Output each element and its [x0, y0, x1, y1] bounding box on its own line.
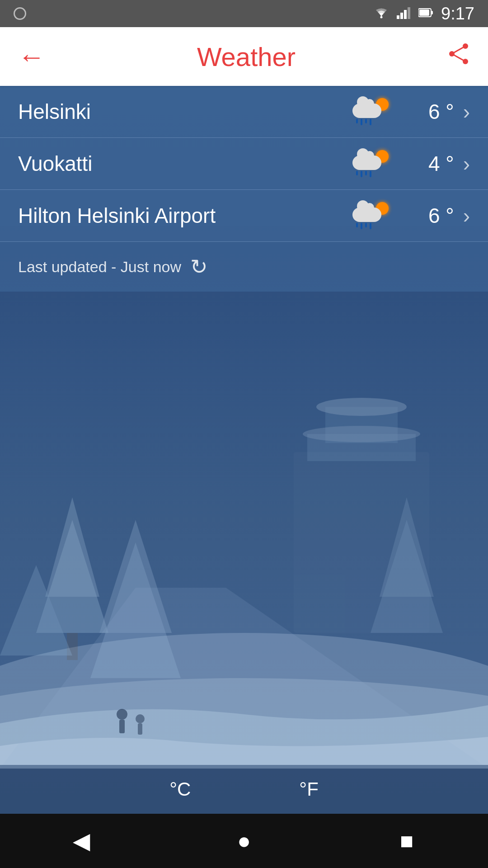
svg-point-26 [303, 426, 420, 442]
status-time: 9:17 [441, 4, 474, 24]
fahrenheit-button[interactable]: °F [290, 774, 327, 805]
snow-svg [0, 226, 488, 769]
status-bar: 9:17 [0, 0, 488, 27]
share-button[interactable] [447, 42, 470, 71]
svg-rect-2 [400, 13, 403, 19]
svg-rect-1 [397, 15, 399, 19]
signal-icon [397, 6, 411, 21]
chevron-icon-vuokatti: › [463, 151, 470, 176]
background-scene [0, 226, 488, 814]
weather-item-vuokatti[interactable]: Vuokatti 4 ° › [0, 138, 488, 190]
svg-rect-3 [404, 10, 407, 19]
battery-icon [418, 8, 434, 19]
status-bar-left [14, 7, 26, 20]
city-name-hilton: Hilton Helsinki Airport [18, 203, 350, 228]
svg-point-25 [316, 398, 407, 416]
city-name-vuokatti: Vuokatti [18, 151, 350, 176]
weather-icon-vuokatti [350, 150, 391, 177]
signal-circle-icon [14, 7, 26, 20]
nav-bar: ◀ ● ■ [0, 814, 488, 868]
chevron-icon-helsinki: › [463, 99, 470, 124]
city-name-helsinki: Helsinki [18, 99, 350, 124]
nav-back-button[interactable]: ◀ [63, 823, 99, 859]
nav-recent-button[interactable]: ■ [389, 823, 425, 859]
svg-point-29 [117, 709, 127, 720]
weather-item-hilton[interactable]: Hilton Helsinki Airport 6 ° › [0, 190, 488, 242]
celsius-button[interactable]: °C [160, 774, 200, 805]
last-updated-bar: Last updated - Just now ↻ [0, 242, 488, 292]
weather-icon-helsinki [350, 98, 391, 125]
status-bar-right: 9:17 [373, 4, 474, 24]
svg-rect-32 [138, 723, 142, 735]
svg-rect-4 [408, 7, 410, 19]
chevron-icon-hilton: › [463, 203, 470, 228]
svg-point-0 [380, 16, 383, 19]
weather-icon-hilton [350, 202, 391, 229]
svg-line-11 [452, 46, 465, 54]
app-bar: ← Weather [0, 27, 488, 86]
back-button[interactable]: ← [18, 41, 45, 72]
last-updated-text: Last updated - Just now [18, 258, 181, 276]
svg-rect-30 [119, 720, 125, 733]
refresh-button[interactable]: ↻ [190, 255, 208, 279]
temp-helsinki: 6 ° [404, 99, 454, 124]
temp-vuokatti: 4 ° [404, 151, 454, 176]
svg-line-12 [452, 54, 465, 61]
svg-point-31 [136, 714, 145, 723]
temp-hilton: 6 ° [404, 203, 454, 228]
svg-rect-7 [419, 9, 429, 16]
nav-home-button[interactable]: ● [226, 823, 262, 859]
weather-list: Helsinki 6 ° › Vuokatti [0, 86, 488, 242]
svg-rect-6 [431, 11, 433, 14]
wifi-icon [373, 6, 389, 21]
unit-selector: °C °F [0, 765, 488, 814]
page-title: Weather [197, 42, 296, 72]
weather-item-helsinki[interactable]: Helsinki 6 ° › [0, 86, 488, 138]
